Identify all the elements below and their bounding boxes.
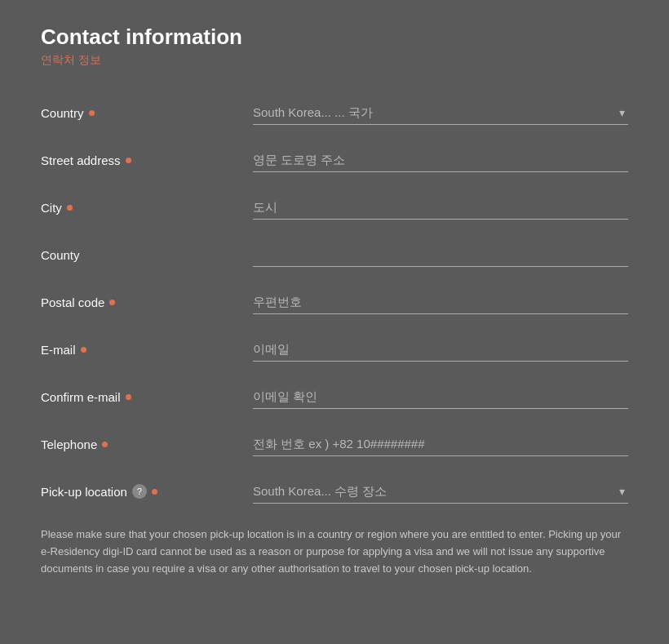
form-row-city: City <box>41 195 628 220</box>
label-postal_code: Postal code <box>41 295 253 309</box>
form-row-telephone: Telephone <box>41 432 628 456</box>
form-row-country: CountrySouth Korea... ... 국가South KoreaE… <box>41 100 628 125</box>
input-city[interactable] <box>253 195 628 220</box>
field-pickup_location: South Korea... 수령 장소South KoreaEstoniaUn… <box>253 479 628 504</box>
form-row-confirm_email: Confirm e-mail <box>41 384 628 409</box>
required-indicator-street_address <box>126 158 131 163</box>
page-title: Contact information <box>41 24 628 50</box>
label-pickup_location: Pick-up location? <box>41 484 253 499</box>
label-country: Country <box>41 106 253 120</box>
select-country[interactable]: South Korea... ... 국가South KoreaEstoniaU… <box>253 100 628 124</box>
form-row-street_address: Street address <box>41 148 628 172</box>
required-indicator-postal_code <box>109 300 115 305</box>
form-row-postal_code: Postal code <box>41 290 628 314</box>
notice-text: Please make sure that your chosen pick-u… <box>41 526 628 577</box>
input-postal_code[interactable] <box>253 290 628 314</box>
label-telephone: Telephone <box>41 437 253 451</box>
select-pickup_location[interactable]: South Korea... 수령 장소South KoreaEstoniaUn… <box>253 479 628 503</box>
input-email[interactable] <box>253 337 628 362</box>
input-telephone[interactable] <box>253 432 628 456</box>
label-city: City <box>41 201 253 215</box>
label-county: County <box>41 248 253 262</box>
select-wrapper-country: South Korea... ... 국가South KoreaEstoniaU… <box>253 100 628 125</box>
form-row-email: E-mail <box>41 337 628 362</box>
input-street_address[interactable] <box>253 148 628 172</box>
required-indicator-pickup_location <box>152 489 157 495</box>
form-row-county: County <box>41 242 628 267</box>
page-subtitle: 연락처 정보 <box>41 53 628 68</box>
field-county <box>253 242 628 267</box>
field-telephone <box>253 432 628 456</box>
required-indicator-country <box>89 110 95 116</box>
field-street_address <box>253 148 628 172</box>
input-county[interactable] <box>253 242 628 267</box>
select-wrapper-pickup_location: South Korea... 수령 장소South KoreaEstoniaUn… <box>253 479 628 504</box>
required-indicator-city <box>67 205 73 211</box>
form-row-pickup_location: Pick-up location?South Korea... 수령 장소Sou… <box>41 479 628 504</box>
required-indicator-confirm_email <box>126 394 131 400</box>
label-confirm_email: Confirm e-mail <box>41 390 253 404</box>
required-indicator-telephone <box>102 442 108 447</box>
help-icon-pickup_location[interactable]: ? <box>132 484 147 499</box>
input-confirm_email[interactable] <box>253 384 628 409</box>
field-city <box>253 195 628 220</box>
field-country: South Korea... ... 국가South KoreaEstoniaU… <box>253 100 628 125</box>
label-email: E-mail <box>41 343 253 357</box>
field-confirm_email <box>253 384 628 409</box>
field-postal_code <box>253 290 628 314</box>
label-street_address: Street address <box>41 153 253 167</box>
required-indicator-email <box>81 347 86 353</box>
field-email <box>253 337 628 362</box>
